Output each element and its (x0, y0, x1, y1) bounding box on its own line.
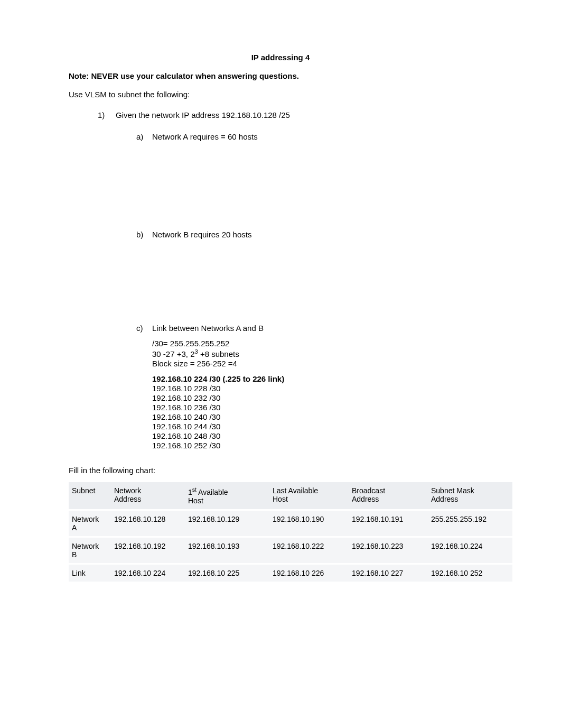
sub-question-c: c) Link between Networks A and B (69, 324, 492, 333)
answer-line: 192.168.10 244 /30 (152, 422, 492, 431)
question-text: Given the network IP address 192.168.10.… (116, 110, 290, 119)
header-line: Last Available (273, 486, 318, 495)
answer-line: 192.168.10 240 /30 (152, 412, 492, 421)
table-header-row: Subnet Network Address 1st Available Hos… (69, 482, 512, 510)
cell-network: 192.168.10 224 (111, 564, 185, 582)
sub-text: Network B requires 20 hosts (152, 230, 251, 239)
subnet-table: Subnet Network Address 1st Available Hos… (69, 482, 512, 582)
col-header-broadcast: Broadcast Address (349, 482, 428, 510)
answer-line: 192.168.10 228 /30 (152, 384, 492, 393)
answer-fragment: 30 -27 +3, 2 (152, 349, 194, 358)
cell-line: Network (72, 515, 99, 523)
cell-mask: 192.168.10 252 (428, 564, 512, 582)
header-line: Host (188, 496, 203, 505)
header-line: Address (431, 495, 458, 503)
col-header-first-host: 1st Available Host (185, 482, 269, 510)
sub-question-b: b) Network B requires 20 hosts (69, 230, 492, 239)
answer-line: 192.168.10 224 /30 (.225 to 226 link) (152, 374, 492, 383)
sub-marker: c) (136, 324, 152, 333)
cell-broadcast: 192.168.10.191 (349, 510, 428, 537)
col-header-network-address: Network Address (111, 482, 185, 510)
answer-line: Block size = 256-252 =4 (152, 359, 492, 368)
cell-broadcast: 192.168.10.223 (349, 537, 428, 564)
cell-first-host: 192.168.10 225 (185, 564, 269, 582)
table-row: Network B 192.168.10.192 192.168.10.193 … (69, 537, 512, 564)
cell-line: A (72, 523, 77, 532)
table-row: Network A 192.168.10.128 192.168.10.129 … (69, 510, 512, 537)
answer-fragment: +8 subnets (198, 349, 239, 358)
header-line: Address (352, 495, 379, 503)
table-row: Link 192.168.10 224 192.168.10 225 192.1… (69, 564, 512, 582)
sub-marker: b) (136, 230, 152, 239)
cell-subnet: Link (69, 564, 111, 582)
spacer (69, 243, 492, 324)
document-title: IP addressing 4 (69, 53, 492, 62)
cell-line: B (72, 550, 77, 559)
cell-first-host: 192.168.10.129 (185, 510, 269, 537)
sub-question-a: a) Network A requires = 60 hosts (69, 132, 492, 141)
cell-broadcast: 192.168.10 227 (349, 564, 428, 582)
cell-subnet: Network B (69, 537, 111, 564)
header-fragment: Available (197, 488, 228, 496)
sub-text: Link between Networks A and B (152, 324, 264, 333)
answer-line: 192.168.10 252 /30 (152, 441, 492, 450)
question-marker: 1) (98, 110, 116, 119)
header-fragment: 1 (188, 488, 192, 496)
cell-last-host: 192.168.10 226 (269, 564, 349, 582)
answer-block-c: /30= 255.255.255.252 30 -27 +3, 23 +8 su… (69, 339, 492, 368)
cell-mask: 255.255.255.192 (428, 510, 512, 537)
cell-mask: 192.168.10.224 (428, 537, 512, 564)
chart-instruction: Fill in the following chart: (69, 466, 492, 475)
header-line: Subnet Mask (431, 486, 474, 495)
col-header-subnet: Subnet (69, 482, 111, 510)
cell-line: Network (72, 542, 99, 550)
sub-marker: a) (136, 132, 152, 141)
cell-network: 192.168.10.128 (111, 510, 185, 537)
superscript: st (192, 486, 197, 493)
answer-block-c2: 192.168.10 224 /30 (.225 to 226 link) 19… (69, 374, 492, 450)
cell-last-host: 192.168.10.222 (269, 537, 349, 564)
answer-line: 30 -27 +3, 23 +8 subnets (152, 348, 492, 358)
col-header-last-host: Last Available Host (269, 482, 349, 510)
col-header-mask: Subnet Mask Address (428, 482, 512, 510)
header-line: Broadcast (352, 486, 385, 495)
answer-line: 192.168.10 232 /30 (152, 393, 492, 402)
question-1: 1) Given the network IP address 192.168.… (69, 110, 492, 119)
cell-last-host: 192.168.10.190 (269, 510, 349, 537)
cell-line: Link (72, 569, 86, 577)
document-page: IP addressing 4 Note: NEVER use your cal… (0, 0, 561, 624)
cell-first-host: 192.168.10.193 (185, 537, 269, 564)
answer-line: 192.168.10 248 /30 (152, 431, 492, 440)
cell-subnet: Network A (69, 510, 111, 537)
spacer (69, 145, 492, 230)
answer-line: 192.168.10 236 /30 (152, 403, 492, 412)
sub-text: Network A requires = 60 hosts (152, 132, 258, 141)
intro-text: Use VLSM to subnet the following: (69, 90, 492, 99)
header-line: Address (114, 495, 141, 503)
header-line: Network (114, 486, 141, 495)
answer-line: /30= 255.255.255.252 (152, 339, 492, 348)
header-line: Host (273, 495, 288, 503)
cell-network: 192.168.10.192 (111, 537, 185, 564)
note-text: Note: NEVER use your calculator when ans… (69, 71, 492, 80)
